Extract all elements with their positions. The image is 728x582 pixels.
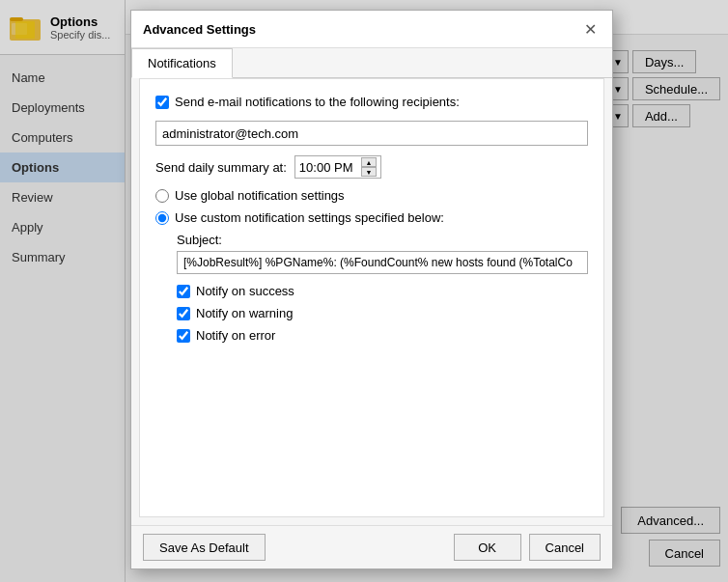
radio-custom-row: Use custom notification settings specifi… — [155, 210, 588, 225]
radio-global[interactable] — [155, 189, 169, 203]
tab-notifications[interactable]: Notifications — [131, 48, 233, 78]
notify-warning-checkbox[interactable] — [177, 307, 190, 320]
dialog-title: Advanced Settings — [143, 22, 256, 37]
notify-error-label[interactable]: Notify on error — [196, 328, 275, 343]
notify-error-checkbox[interactable] — [177, 329, 190, 343]
notify-success-label[interactable]: Notify on success — [196, 284, 294, 298]
send-daily-label: Send daily summary at: — [155, 160, 287, 175]
dialog-titlebar: Advanced Settings ✕ — [131, 11, 612, 48]
time-spinner: ▲ ▼ — [361, 157, 377, 177]
radio-custom[interactable] — [155, 211, 169, 225]
tab-bar: Notifications — [131, 48, 612, 78]
dialog-body: Send e-mail notifications to the followi… — [139, 78, 604, 517]
subject-input[interactable] — [177, 251, 588, 274]
dialog-footer: Save As Default OK Cancel — [131, 525, 612, 568]
notify-warning-label[interactable]: Notify on warning — [196, 306, 293, 320]
email-checkbox-row: Send e-mail notifications to the followi… — [155, 95, 588, 109]
dialog-close-button[interactable]: ✕ — [579, 18, 601, 40]
time-up-button[interactable]: ▲ — [361, 157, 377, 167]
radio-global-row: Use global notification settings — [155, 188, 588, 203]
save-default-button[interactable]: Save As Default — [143, 534, 266, 561]
subject-row: Subject: — [155, 233, 588, 274]
notify-success-row: Notify on success — [177, 284, 588, 298]
ok-button[interactable]: OK — [454, 534, 521, 561]
subject-label: Subject: — [177, 233, 588, 247]
email-checkbox[interactable] — [155, 96, 169, 109]
advanced-settings-dialog: Advanced Settings ✕ Notifications Send e… — [130, 10, 613, 569]
email-input[interactable] — [155, 121, 588, 146]
notify-success-checkbox[interactable] — [177, 285, 190, 298]
cancel-button[interactable]: Cancel — [529, 534, 601, 561]
time-row: Send daily summary at: 10:00 PM ▲ ▼ — [155, 155, 588, 179]
notify-warning-row: Notify on warning — [177, 306, 588, 320]
radio-custom-label[interactable]: Use custom notification settings specifi… — [175, 210, 444, 225]
time-value: 10:00 PM — [299, 160, 357, 175]
time-input-box: 10:00 PM ▲ ▼ — [294, 155, 381, 179]
email-checkbox-label[interactable]: Send e-mail notifications to the followi… — [175, 95, 460, 109]
radio-global-label[interactable]: Use global notification settings — [175, 188, 345, 203]
time-down-button[interactable]: ▼ — [361, 167, 377, 177]
email-field-row — [155, 117, 588, 146]
notify-error-row: Notify on error — [177, 328, 588, 343]
notify-options: Notify on success Notify on warning Noti… — [177, 284, 588, 343]
footer-right-buttons: OK Cancel — [454, 534, 601, 561]
